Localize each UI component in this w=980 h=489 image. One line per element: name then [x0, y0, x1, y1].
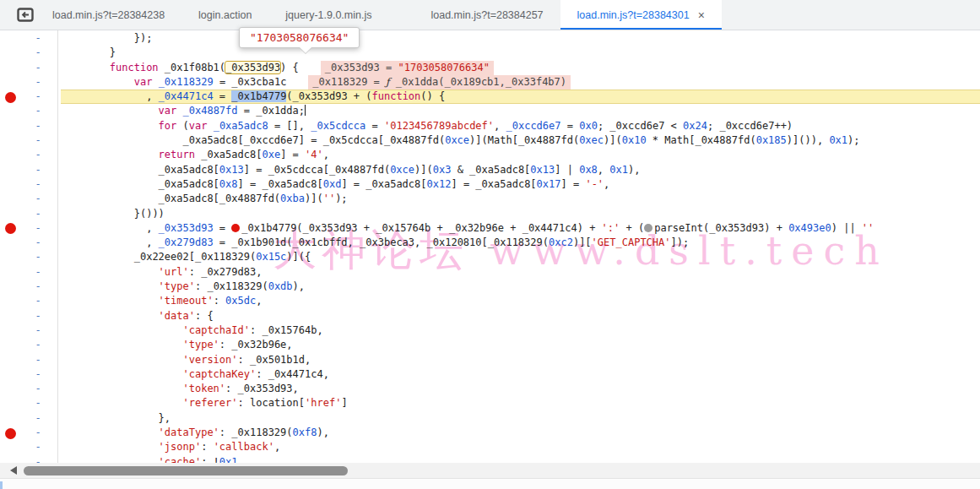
code-text[interactable]: }: [61, 46, 980, 60]
code-text[interactable]: 'type': _0x32b96e,: [61, 338, 980, 352]
line-number-dash[interactable]: -: [33, 309, 43, 323]
breakpoint-icon[interactable]: [5, 428, 16, 439]
code-token: _0x118329 =: [312, 76, 386, 88]
code-text[interactable]: 'token': _0x353d93,: [61, 382, 980, 396]
code-text[interactable]: var _0x4887fd = _0x1dda;: [61, 104, 980, 118]
code-text[interactable]: },: [61, 411, 980, 426]
line-number-dash[interactable]: -: [33, 177, 43, 192]
horizontal-scrollbar[interactable]: [0, 463, 980, 478]
inline-breakpoint-icon[interactable]: [231, 224, 240, 232]
code-text[interactable]: , _0x279d83 = _0x1b901d(_0x1cbffd, _0x3b…: [61, 236, 980, 250]
breakpoint-icon[interactable]: [5, 223, 16, 234]
code-token: ,: [604, 178, 609, 190]
file-tab[interactable]: login.action: [181, 0, 268, 30]
code-text[interactable]: 'dataType': _0x118329(0xf8),: [61, 426, 980, 440]
code-line: - 'referer': location['href']: [0, 396, 980, 410]
code-editor[interactable]: - });- }- function _0x1f08b1(_0x353d93) …: [0, 30, 980, 463]
line-number-dash[interactable]: -: [33, 265, 43, 280]
code-token: : _0x353d93,: [225, 383, 299, 394]
navigator-toggle-button[interactable]: [0, 0, 35, 30]
line-number-dash[interactable]: -: [33, 133, 43, 148]
line-number-dash[interactable]: -: [33, 323, 43, 338]
code-token: : _0x15764b,: [250, 324, 323, 336]
code-line: - _0x22ee02[_0x118329(0x15c)]({: [0, 250, 980, 264]
code-text[interactable]: });: [61, 31, 980, 46]
code-text[interactable]: var _0x118329 = _0x3cba1c_0x118329 = ƒ _…: [61, 75, 980, 90]
code-token: _0x1b4779: [231, 90, 286, 102]
line-number-dash[interactable]: -: [33, 338, 43, 352]
line-number-dash[interactable]: -: [33, 119, 43, 133]
line-number-dash[interactable]: -: [33, 353, 43, 367]
line-number-dash[interactable]: -: [33, 440, 43, 454]
code-text[interactable]: 'captchaId': _0x15764b,: [61, 323, 980, 338]
line-number-dash[interactable]: -: [33, 148, 43, 162]
code-token: =: [365, 120, 384, 132]
code-text[interactable]: , _0x4471c4 = _0x1b4779(_0x353d93 + (fun…: [61, 90, 980, 104]
code-text[interactable]: 'cache': !0x1,: [61, 455, 980, 463]
code-text[interactable]: _0xa5adc8[_0xccd6e7] = _0x5cdcca[_0x4887…: [61, 133, 980, 148]
code-text[interactable]: 'referer': location['href']: [61, 396, 980, 410]
line-number-dash[interactable]: -: [33, 163, 43, 177]
line-number-dash[interactable]: -: [33, 367, 43, 382]
line-number-dash[interactable]: -: [33, 31, 43, 46]
file-tab[interactable]: load.min.js?t=28384257: [414, 0, 560, 30]
code-token: parseInt(_0x353d93) +: [654, 222, 788, 234]
code-text[interactable]: _0x22ee02[_0x118329(0x15c)]({: [61, 250, 980, 264]
code-text[interactable]: _0xa5adc8[_0x4887fd(0xba)]('');: [61, 192, 980, 206]
close-icon[interactable]: ×: [698, 9, 705, 21]
code-line: - for (var _0xa5adc8 = [], _0x5cdcca = '…: [0, 119, 980, 133]
code-token: : _0x4471c4,: [256, 368, 329, 380]
line-number-dash[interactable]: -: [33, 75, 43, 90]
line-number-dash[interactable]: -: [33, 236, 43, 250]
code-text[interactable]: return _0xa5adc8[0xe] = '4',: [61, 148, 980, 162]
code-text[interactable]: _0xa5adc8[0x8] = _0xa5adc8[0xd] = _0xa5a…: [61, 177, 980, 192]
indent: [61, 134, 183, 146]
code-token: '4': [305, 149, 323, 160]
code-text[interactable]: 'version': _0x501b1d,: [61, 353, 980, 367]
code-text[interactable]: , _0x353d93 = _0x1b4779(_0x353d93 + _0x1…: [61, 221, 980, 236]
code-token: )](Math[_0x4887fd(: [469, 134, 579, 146]
code-token: _0xa5adc8[: [159, 178, 219, 190]
code-text[interactable]: 'timeout': 0x5dc,: [61, 294, 980, 308]
indent: [61, 46, 110, 58]
code-text[interactable]: 'data': {: [61, 309, 980, 323]
line-number-dash[interactable]: -: [33, 250, 43, 264]
code-token: ] = _0xa5adc8[: [238, 178, 323, 190]
breakpoint-icon[interactable]: [5, 92, 16, 103]
file-tab[interactable]: load.min.js?t=28384238: [35, 0, 181, 30]
code-token: }: [110, 46, 116, 58]
line-number-dash[interactable]: -: [33, 61, 43, 75]
code-token: 'type': [183, 339, 219, 350]
file-tab[interactable]: load.min.js?t=28384301×: [560, 0, 722, 30]
code-text[interactable]: function _0x1f08b1(_0x353d93) {_0x353d93…: [61, 61, 980, 75]
line-number-dash[interactable]: -: [33, 411, 43, 426]
line-number-dash[interactable]: -: [33, 90, 43, 104]
inline-eval-hint: _0x118329 = ƒ _0x1dda(_0x189cb1,_0x33f4b…: [308, 75, 571, 90]
code-token: _0x1dda(_0x189cb1,_0x33f4b7): [390, 76, 567, 88]
code-text[interactable]: 'captchaKey': _0x4471c4,: [61, 367, 980, 382]
code-token: _0x4471c4: [159, 90, 214, 102]
line-number-dash[interactable]: -: [33, 382, 43, 396]
line-number-dash[interactable]: -: [33, 221, 43, 236]
code-text[interactable]: 'url': _0x279d83,: [61, 265, 980, 280]
line-number-dash[interactable]: -: [33, 426, 43, 440]
line-number-dash[interactable]: -: [33, 192, 43, 206]
code-text[interactable]: _0xa5adc8[0x13] = _0x5cdcca[_0x4887fd(0x…: [61, 163, 980, 177]
line-number-dash[interactable]: -: [33, 455, 43, 463]
line-number-dash[interactable]: -: [33, 207, 43, 221]
line-number-dash[interactable]: -: [33, 396, 43, 410]
code-text[interactable]: }())): [61, 207, 980, 221]
code-token: 0x13: [530, 164, 555, 176]
line-number-dash[interactable]: -: [33, 294, 43, 308]
inline-breakpoint-candidate-icon[interactable]: [644, 224, 652, 232]
line-number-dash[interactable]: -: [33, 46, 43, 60]
line-number-dash[interactable]: -: [33, 104, 43, 118]
code-text[interactable]: 'jsonp': 'callback',: [61, 440, 980, 454]
scrollbar-thumb[interactable]: [24, 466, 348, 475]
scrollbar-left-arrow-icon[interactable]: [10, 466, 17, 475]
code-token: ; _0xccd6e7 <: [598, 120, 683, 132]
line-number-dash[interactable]: -: [33, 280, 43, 294]
code-text[interactable]: for (var _0xa5adc8 = [], _0x5cdcca = '01…: [61, 119, 980, 133]
file-tab[interactable]: jquery-1.9.0.min.js: [268, 0, 388, 30]
code-text[interactable]: 'type': _0x118329(0xdb),: [61, 280, 980, 294]
